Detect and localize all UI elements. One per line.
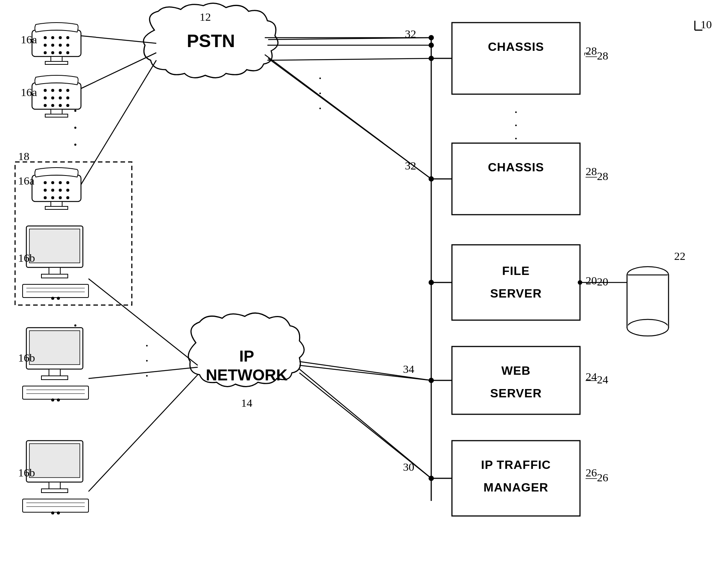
svg-point-41 <box>59 181 62 184</box>
svg-point-30 <box>59 96 62 99</box>
svg-point-15 <box>59 44 62 47</box>
svg-rect-54 <box>29 229 80 263</box>
ip-traffic-box <box>452 441 580 516</box>
file-server-connector-dot <box>578 280 582 285</box>
ref-itm-num: —26 <box>585 471 608 484</box>
ref-16b-comp2: 16b <box>18 351 35 364</box>
web-server-label1: WEB <box>501 364 531 377</box>
ellipsis-ip1: · <box>145 338 149 353</box>
svg-point-20 <box>66 51 69 54</box>
svg-point-60 <box>51 297 54 300</box>
svg-point-47 <box>44 196 47 199</box>
ref-chassis2-num: —28 <box>585 170 608 182</box>
ref-fs-num: —20 <box>585 275 608 288</box>
web-server-label2: SERVER <box>490 386 542 400</box>
svg-point-26 <box>59 89 62 92</box>
svg-rect-37 <box>45 114 68 117</box>
svg-point-14 <box>51 44 54 47</box>
ref-16a-phone3: 16a <box>18 174 34 187</box>
chassis1-label: CHASSIS <box>488 40 544 53</box>
chassis1-box <box>452 23 580 94</box>
diagram-container: CHASSIS CHASSIS FILE SERVER WEB SERVER I… <box>0 0 728 580</box>
svg-point-69 <box>51 398 54 401</box>
svg-point-70 <box>57 398 60 401</box>
ref-ip-network: 14 <box>241 397 252 409</box>
svg-point-43 <box>44 189 47 192</box>
svg-point-49 <box>59 196 62 199</box>
svg-point-24 <box>44 89 47 92</box>
svg-point-11 <box>59 36 62 39</box>
svg-rect-38 <box>32 175 81 201</box>
svg-rect-63 <box>29 331 80 365</box>
svg-point-45 <box>59 189 62 192</box>
svg-point-27 <box>66 89 69 92</box>
ellipsis-pstn3: · <box>319 101 322 116</box>
ellipsis-ip3: · <box>145 368 149 383</box>
svg-point-28 <box>44 96 47 99</box>
svg-point-9 <box>44 36 47 39</box>
svg-point-17 <box>44 51 47 54</box>
ellipsis-pstn2: · <box>319 86 322 101</box>
svg-point-78 <box>51 511 54 514</box>
svg-rect-57 <box>23 284 89 298</box>
svg-rect-75 <box>23 499 89 512</box>
ref-16a-phone1: 16a <box>21 33 37 46</box>
ip-network-label2: NETWORK <box>206 366 288 384</box>
ellipsis-chassis1: · <box>514 105 518 120</box>
svg-point-35 <box>66 104 69 107</box>
ellipsis-chassis2: · <box>514 118 518 133</box>
svg-point-48 <box>51 196 54 199</box>
ip-traffic-label1: IP TRAFFIC <box>481 458 551 472</box>
svg-point-31 <box>66 96 69 99</box>
svg-point-33 <box>51 104 54 107</box>
svg-point-32 <box>44 104 47 107</box>
svg-rect-8 <box>32 30 81 56</box>
ellipsis-phones-vertical3: · <box>73 134 78 154</box>
svg-rect-23 <box>32 83 81 109</box>
ref-ws-num: —24 <box>585 373 608 386</box>
computer2 <box>23 328 89 401</box>
ref-16a-phone2: 16a <box>21 86 37 98</box>
ref-database: 22 <box>674 250 685 262</box>
ref-pstn: 12 <box>200 11 211 23</box>
dot-file-server <box>429 280 434 285</box>
svg-rect-56 <box>41 274 68 278</box>
file-server-box <box>452 245 580 320</box>
ellipsis-ip2: · <box>145 353 149 368</box>
svg-point-79 <box>57 511 60 514</box>
svg-rect-22 <box>45 61 68 64</box>
svg-rect-52 <box>45 206 68 209</box>
ref-16b-comp1: 16b <box>18 252 35 264</box>
bus-dot-top <box>429 35 434 40</box>
ip-network-label1: IP <box>239 347 254 365</box>
svg-rect-66 <box>23 386 89 399</box>
svg-point-34 <box>59 104 62 107</box>
svg-point-12 <box>66 36 69 39</box>
svg-point-29 <box>51 96 54 99</box>
file-server-label2: SERVER <box>490 287 542 300</box>
svg-point-61 <box>57 297 60 300</box>
ellipsis-pstn1: · <box>319 71 322 86</box>
svg-point-46 <box>66 189 69 192</box>
ip-traffic-label2: MANAGER <box>484 481 548 494</box>
svg-point-10 <box>51 36 54 39</box>
svg-point-25 <box>51 89 54 92</box>
svg-point-40 <box>51 181 54 184</box>
web-server-box <box>452 346 580 414</box>
pstn-label: PSTN <box>187 31 235 51</box>
ref-chassis1-num: —28 <box>585 49 608 62</box>
svg-rect-74 <box>41 489 68 493</box>
svg-rect-65 <box>41 376 68 380</box>
dot-pstn-top <box>429 43 434 48</box>
ip-network-cloud: IP NETWORK <box>188 313 304 386</box>
svg-rect-0 <box>0 0 728 580</box>
svg-point-13 <box>44 44 47 47</box>
svg-point-39 <box>44 181 47 184</box>
ref-system: 10 <box>701 18 712 31</box>
file-server-label1: FILE <box>502 264 530 278</box>
svg-point-44 <box>51 189 54 192</box>
svg-point-16 <box>66 44 69 47</box>
ref-16b-comp3: 16b <box>18 466 35 479</box>
database-bottom <box>627 319 668 336</box>
svg-rect-72 <box>29 444 80 478</box>
